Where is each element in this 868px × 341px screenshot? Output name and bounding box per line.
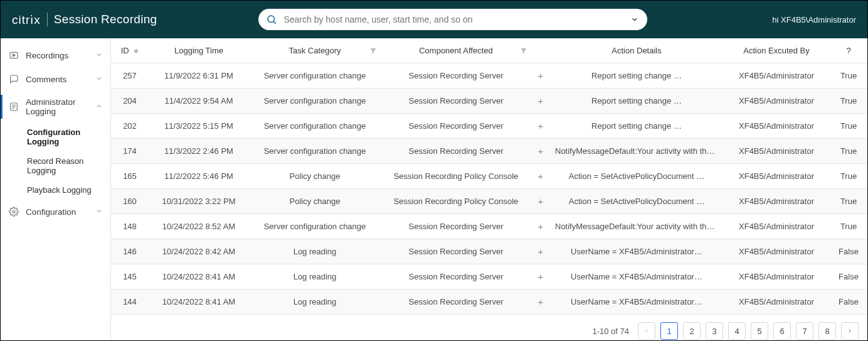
chevron-up-icon — [95, 102, 103, 112]
chevron-down-icon — [95, 207, 103, 217]
cell-details: Action = SetActivePolicyDocument … — [550, 164, 723, 189]
cell-details: UserName = XF4B5/Administrator… — [550, 264, 723, 290]
sidebar-sub-playback-logging[interactable]: Playback Logging — [1, 180, 110, 200]
cell-category: Server configuration change — [249, 114, 381, 139]
log-table: ID Logging Time Task Category — [111, 38, 867, 315]
col-action-executed-by[interactable]: Action Excuted By — [723, 38, 830, 63]
cell-details: Action = SetActivePolicyDocument … — [550, 189, 723, 214]
expand-toggle[interactable]: + — [531, 264, 550, 290]
sidebar-sub-configuration-logging[interactable]: Configuration Logging — [1, 122, 110, 151]
expand-toggle[interactable]: + — [531, 290, 550, 315]
chevron-down-icon — [95, 51, 103, 60]
brand-product: Session Recording — [54, 13, 157, 26]
cell-category: Server configuration change — [249, 214, 381, 239]
brand-divider — [47, 13, 48, 26]
table-row[interactable]: 14610/24/2022 8:42 AMLog readingSession … — [111, 239, 867, 264]
cell-id: 257 — [111, 63, 149, 89]
cell-time: 11/9/2022 6:31 PM — [149, 63, 249, 89]
col-component-affected[interactable]: Component Affected — [381, 38, 531, 63]
cell-component: Session Recording Server — [381, 239, 531, 264]
expand-toggle[interactable]: + — [531, 63, 550, 89]
cell-id: 160 — [111, 189, 149, 214]
table-row[interactable]: 20211/3/2022 5:15 PMServer configuration… — [111, 114, 867, 139]
cell-id: 148 — [111, 214, 149, 239]
table-row[interactable]: 14810/24/2022 8:52 AMServer configuratio… — [111, 214, 867, 239]
cell-category: Log reading — [249, 290, 381, 315]
pager-page[interactable]: 7 — [796, 322, 813, 340]
expand-toggle[interactable]: + — [531, 214, 550, 239]
cell-q: False — [830, 264, 867, 290]
cell-by: XF4B5/Administrator — [723, 189, 830, 214]
pager-page[interactable]: 4 — [728, 322, 746, 340]
table-row[interactable]: 16511/2/2022 5:46 PMPolicy changeSession… — [111, 164, 867, 189]
cell-time: 10/31/2022 3:22 PM — [149, 189, 249, 214]
sidebar-item-configuration[interactable]: Configuration — [1, 200, 110, 224]
cell-details: Report setting change … — [550, 114, 723, 139]
cell-id: 204 — [111, 89, 149, 114]
pager-page[interactable]: 1 — [660, 322, 678, 340]
sidebar-item-label: Configuration — [26, 207, 76, 217]
pager: 1-10 of 74 12345678 — [111, 315, 867, 340]
cell-component: Session Recording Server — [381, 89, 531, 114]
cell-by: XF4B5/Administrator — [723, 239, 830, 264]
table-row[interactable]: 20411/4/2022 9:54 AMServer configuration… — [111, 89, 867, 114]
pager-page[interactable]: 8 — [818, 322, 836, 340]
pager-page[interactable]: 5 — [751, 322, 768, 340]
filter-icon[interactable] — [369, 47, 377, 57]
cell-component: Session Recording Server — [381, 290, 531, 315]
search-input[interactable] — [258, 9, 647, 30]
cell-category: Policy change — [249, 189, 381, 214]
cell-component: Session Recording Server — [381, 264, 531, 290]
cell-time: 10/24/2022 8:52 AM — [149, 214, 249, 239]
cell-time: 10/24/2022 8:41 AM — [149, 290, 249, 315]
cell-q: True — [830, 114, 867, 139]
col-task-category[interactable]: Task Category — [249, 38, 381, 63]
cell-time: 11/2/2022 5:46 PM — [149, 164, 249, 189]
pager-next[interactable] — [841, 322, 859, 340]
cell-q: True — [830, 214, 867, 239]
expand-toggle[interactable]: + — [531, 89, 550, 114]
expand-toggle[interactable]: + — [531, 189, 550, 214]
cell-by: XF4B5/Administrator — [723, 114, 830, 139]
cell-by: XF4B5/Administrator — [723, 214, 830, 239]
cell-id: 144 — [111, 290, 149, 315]
search-box — [258, 9, 647, 30]
sidebar-item-administrator-logging[interactable]: Administrator Logging — [1, 91, 110, 122]
pager-page[interactable]: 3 — [706, 322, 723, 340]
cell-category: Server configuration change — [249, 139, 381, 164]
table-row[interactable]: 14410/24/2022 8:41 AMLog readingSession … — [111, 290, 867, 315]
filter-icon[interactable] — [520, 47, 527, 57]
svg-line-1 — [274, 21, 276, 23]
cell-time: 11/3/2022 5:15 PM — [149, 114, 249, 139]
sidebar-item-recordings[interactable]: Recordings — [1, 43, 110, 67]
log-icon — [8, 101, 19, 112]
col-id[interactable]: ID — [111, 38, 149, 63]
table-row[interactable]: 17411/3/2022 2:46 PMServer configuration… — [111, 139, 867, 164]
expand-toggle[interactable]: + — [531, 139, 550, 164]
col-action-details[interactable]: Action Details — [550, 38, 723, 63]
sidebar-sub-record-reason-logging[interactable]: Record Reason Logging — [1, 151, 110, 180]
expand-toggle[interactable]: + — [531, 164, 550, 189]
pager-page[interactable]: 2 — [683, 322, 701, 340]
pager-page[interactable]: 6 — [773, 322, 791, 340]
cell-q: True — [830, 189, 867, 214]
expand-toggle[interactable]: + — [531, 239, 550, 264]
cell-by: XF4B5/Administrator — [723, 89, 830, 114]
cell-id: 202 — [111, 114, 149, 139]
col-logging-time[interactable]: Logging Time — [149, 38, 249, 63]
cell-q: False — [830, 239, 867, 264]
cell-category: Server configuration change — [249, 63, 381, 89]
search-dropdown-icon[interactable] — [630, 15, 640, 26]
table-row[interactable]: 25711/9/2022 6:31 PMServer configuration… — [111, 63, 867, 89]
pager-range: 1-10 of 74 — [592, 327, 629, 336]
svg-point-0 — [268, 16, 275, 23]
expand-toggle[interactable]: + — [531, 114, 550, 139]
cell-by: XF4B5/Administrator — [723, 290, 830, 315]
table-row[interactable]: 16010/31/2022 3:22 PMPolicy changeSessio… — [111, 189, 867, 214]
pager-prev[interactable] — [638, 322, 655, 340]
sidebar-item-comments[interactable]: Comments — [1, 67, 110, 91]
svg-marker-3 — [13, 54, 15, 57]
cell-q: True — [830, 63, 867, 89]
col-question[interactable]: ? — [830, 38, 867, 63]
table-row[interactable]: 14510/24/2022 8:41 AMLog readingSession … — [111, 264, 867, 290]
